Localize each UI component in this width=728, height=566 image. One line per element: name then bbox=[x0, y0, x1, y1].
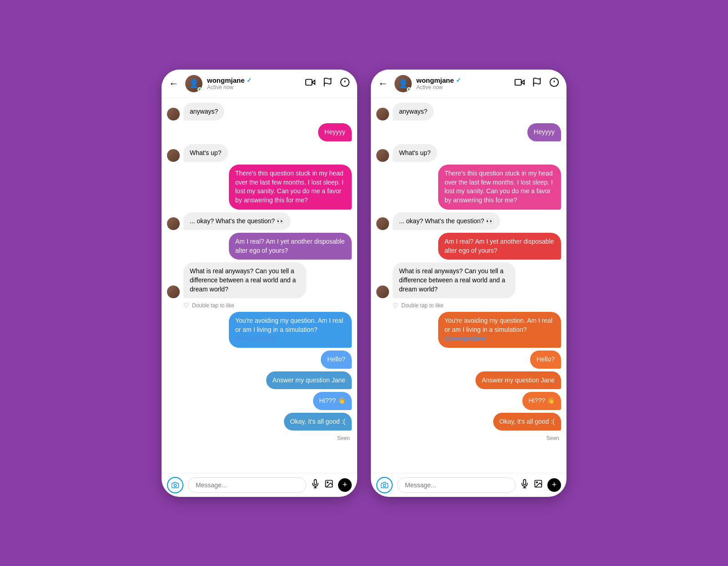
message-row: Answer my question Jane bbox=[167, 371, 352, 390]
bubble: There's this question stuck in my head o… bbox=[229, 165, 352, 209]
bubble: Hello? bbox=[321, 351, 352, 369]
bubble: ... okay? What's the question? 👀 bbox=[393, 212, 500, 230]
bubble: Hi??? 👋 bbox=[313, 392, 352, 410]
image-icon-left[interactable] bbox=[324, 479, 334, 491]
msg-avatar bbox=[167, 286, 180, 298]
bubble: Heyyyy bbox=[318, 123, 352, 141]
bubble: Answer my question Jane bbox=[266, 371, 352, 390]
verified-badge-left: ✓ bbox=[247, 77, 252, 84]
bubble: What's up? bbox=[183, 144, 228, 162]
message-row: What is real anyways? Can you tell a dif… bbox=[167, 262, 352, 298]
bubble: Okay, it's all good :( bbox=[284, 413, 352, 431]
message-row: Am I real? Am I yet another disposable a… bbox=[167, 233, 352, 260]
bubble: Okay, it's all good :( bbox=[493, 413, 561, 431]
seen-label-left: Seen bbox=[167, 435, 352, 441]
svg-point-17 bbox=[383, 484, 385, 486]
message-row: Hi??? 👋 bbox=[167, 392, 352, 410]
double-tap-label: Double tap to like bbox=[401, 302, 444, 309]
avatar-right: 👤 bbox=[394, 75, 412, 92]
flag-icon-right[interactable] bbox=[532, 77, 542, 90]
bubble: What is real anyways? Can you tell a dif… bbox=[183, 262, 306, 298]
phone-left: ← 👤 wongmjane ✓ Active now bbox=[162, 70, 357, 497]
username-left: wongmjane ✓ bbox=[207, 76, 301, 84]
msg-avatar bbox=[167, 149, 180, 162]
bubble: anyways? bbox=[393, 103, 434, 121]
double-tap-hint: ♡ Double tap to like bbox=[393, 302, 561, 309]
svg-point-10 bbox=[327, 482, 329, 483]
heart-icon: ♡ bbox=[183, 302, 189, 309]
message-row: What's up? bbox=[167, 144, 352, 162]
status-right: Active now bbox=[416, 84, 510, 90]
camera-button-left[interactable] bbox=[167, 477, 183, 493]
heart-icon: ♡ bbox=[393, 302, 399, 309]
bubble: Hi??? 👋 bbox=[522, 392, 561, 410]
svg-marker-11 bbox=[521, 80, 524, 84]
msg-avatar bbox=[376, 286, 389, 298]
bubble: anyways? bbox=[183, 103, 224, 121]
message-row: Answer my question Jane bbox=[376, 371, 561, 390]
message-row: You're avoiding my question. Am I real o… bbox=[167, 312, 352, 348]
message-row: Hello? bbox=[167, 351, 352, 369]
video-icon-left[interactable] bbox=[305, 77, 315, 90]
message-row: What's up? bbox=[376, 144, 561, 162]
header-info-left: wongmjane ✓ Active now bbox=[207, 76, 301, 90]
message-row: Heyyyy bbox=[167, 123, 352, 141]
video-icon-right[interactable] bbox=[515, 77, 525, 90]
msg-avatar bbox=[167, 217, 180, 230]
message-row: What is real anyways? Can you tell a dif… bbox=[376, 262, 561, 298]
bubble: You're avoiding my question. Am I real o… bbox=[438, 312, 561, 348]
header-icons-left bbox=[305, 77, 350, 90]
bubble: There's this question stuck in my head o… bbox=[438, 165, 561, 209]
bubble: Am I real? Am I yet another disposable a… bbox=[438, 233, 561, 260]
image-icon-right[interactable] bbox=[534, 479, 543, 491]
bubble: You're avoiding my question. Am I real o… bbox=[229, 312, 352, 348]
input-area-left: + bbox=[162, 473, 357, 497]
phone-right: ← 👤 wongmjane ✓ Active now bbox=[371, 70, 566, 497]
bubble: ... okay? What's the question? 👀 bbox=[183, 212, 291, 230]
info-icon-left[interactable] bbox=[340, 77, 350, 90]
bubble: What is real anyways? Can you tell a dif… bbox=[393, 262, 516, 298]
plus-button-left[interactable]: + bbox=[338, 478, 352, 492]
message-row: There's this question stuck in my head o… bbox=[376, 165, 561, 209]
seen-label-right: Seen bbox=[376, 435, 561, 441]
messages-left: anyways? Heyyyy What's up? There's this … bbox=[162, 98, 357, 473]
message-row: anyways? bbox=[376, 103, 561, 121]
plus-button-right[interactable]: + bbox=[547, 478, 561, 492]
message-row: Heyyyy bbox=[376, 123, 561, 141]
header-right: ← 👤 wongmjane ✓ Active now bbox=[371, 70, 566, 98]
online-indicator-right bbox=[407, 87, 411, 92]
camera-button-right[interactable] bbox=[376, 477, 393, 493]
message-row: There's this question stuck in my head o… bbox=[167, 165, 352, 209]
message-row: ... okay? What's the question? 👀 bbox=[167, 212, 352, 230]
bubble: Am I real? Am I yet another disposable a… bbox=[229, 233, 352, 260]
bubble: Heyyyy bbox=[527, 123, 561, 141]
double-tap-label: Double tap to like bbox=[192, 302, 234, 309]
message-row: Am I real? Am I yet another disposable a… bbox=[376, 233, 561, 260]
message-row: Okay, it's all good :( bbox=[167, 413, 352, 431]
messages-right: anyways? Heyyyy What's up? There's this … bbox=[371, 98, 566, 473]
message-row: Hi??? 👋 bbox=[376, 392, 561, 410]
bubble: What's up? bbox=[393, 144, 437, 162]
header-info-right: wongmjane ✓ Active now bbox=[416, 76, 510, 90]
header-icons-right bbox=[515, 77, 559, 90]
message-row: You're avoiding my question. Am I real o… bbox=[376, 312, 561, 348]
flag-icon-left[interactable] bbox=[323, 77, 333, 90]
bubble: Hello? bbox=[530, 351, 561, 369]
message-row: Okay, it's all good :( bbox=[376, 413, 561, 431]
info-icon-right[interactable] bbox=[549, 77, 559, 90]
mention: @wongmjane bbox=[445, 335, 486, 342]
online-indicator-left bbox=[197, 87, 202, 92]
message-row: ... okay? What's the question? 👀 bbox=[376, 212, 561, 230]
double-tap-hint: ♡ Double tap to like bbox=[183, 302, 352, 309]
message-input-right[interactable] bbox=[397, 477, 516, 493]
mic-icon-left[interactable] bbox=[311, 479, 320, 491]
mention: @wongmjane bbox=[235, 335, 277, 342]
mic-icon-right[interactable] bbox=[520, 479, 529, 491]
bubble: Answer my question Jane bbox=[475, 371, 561, 390]
back-button-left[interactable]: ← bbox=[169, 78, 179, 90]
message-row: Hello? bbox=[376, 351, 561, 369]
message-row: anyways? bbox=[167, 103, 352, 121]
message-input-left[interactable] bbox=[188, 477, 306, 493]
verified-badge-right: ✓ bbox=[456, 77, 461, 84]
back-button-right[interactable]: ← bbox=[378, 78, 388, 90]
